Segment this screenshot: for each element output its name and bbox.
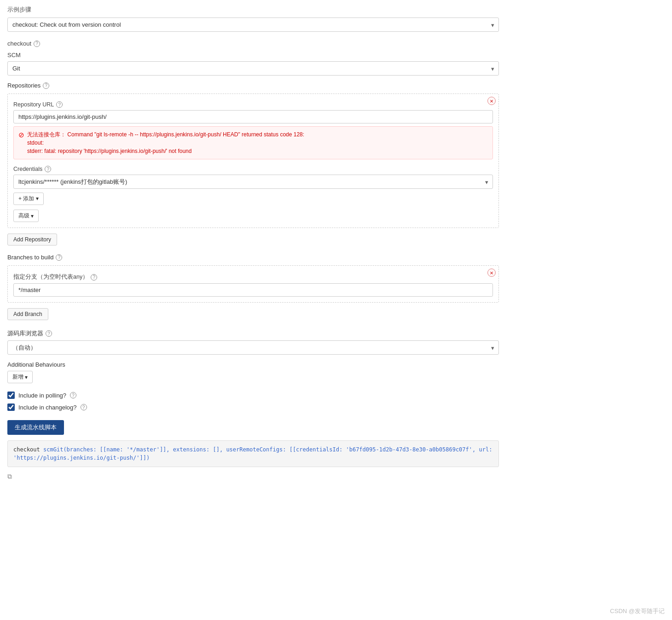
- advanced-chevron-icon: ▾: [31, 213, 34, 219]
- checkout-help-icon[interactable]: ?: [34, 41, 40, 47]
- branch-input[interactable]: [13, 283, 493, 297]
- advanced-btn[interactable]: 高级 ▾: [13, 210, 39, 222]
- branches-help-icon[interactable]: ?: [56, 254, 62, 261]
- scm-dropdown[interactable]: Git: [7, 61, 499, 76]
- source-browser-label: 源码库浏览器 ?: [7, 329, 499, 338]
- step-dropdown-wrapper: checkout: Check out from version control: [7, 18, 499, 32]
- include-polling-row: Include in polling? ?: [7, 392, 499, 399]
- credentials-label: Credentials ?: [13, 166, 493, 172]
- include-changelog-help-icon[interactable]: ?: [81, 404, 87, 410]
- add-repository-btn[interactable]: Add Repository: [7, 234, 57, 246]
- credentials-help-icon[interactable]: ?: [45, 166, 51, 172]
- include-polling-checkbox[interactable]: [7, 392, 15, 399]
- repo-url-input[interactable]: [13, 110, 493, 123]
- repository-section: × Repository URL ? ⊘ 无法连接仓库： Command "gi…: [7, 94, 499, 228]
- code-output: checkout scmGit(branches: [[name: '*/mas…: [7, 440, 499, 467]
- repo-url-label: Repository URL ?: [13, 101, 493, 108]
- generate-pipeline-btn[interactable]: 生成流水线脚本: [7, 420, 64, 435]
- additional-behaviours-add-btn[interactable]: 新增 ▾: [7, 371, 33, 383]
- step-dropdown[interactable]: checkout: Check out from version control: [7, 18, 499, 32]
- source-browser-dropdown[interactable]: （自动）: [7, 340, 499, 355]
- error-text: 无法连接仓库： Command "git ls-remote -h -- htt…: [27, 130, 304, 155]
- branch-section: × 指定分支（为空时代表any） ?: [7, 265, 499, 303]
- add-credentials-btn[interactable]: + 添加 ▾: [13, 193, 44, 205]
- repo-error-box: ⊘ 无法连接仓库： Command "git ls-remote -h -- h…: [13, 126, 493, 159]
- code-text-prefix: checkout: [13, 446, 43, 453]
- additional-behaviours-label: Additional Behaviours: [7, 361, 499, 368]
- copy-wrapper[interactable]: ⧉: [7, 473, 499, 480]
- include-changelog-label: Include in changelog?: [18, 404, 77, 411]
- include-changelog-checkbox[interactable]: [7, 404, 15, 411]
- section-title: 示例步骤: [7, 6, 499, 14]
- remove-branch-btn[interactable]: ×: [487, 269, 496, 277]
- branches-label: Branches to build ?: [7, 254, 499, 261]
- credentials-dropdown[interactable]: ltcjenkins/****** (jenkins打包的gitlab账号): [13, 175, 493, 189]
- repositories-help-icon[interactable]: ?: [43, 82, 49, 89]
- branch-specifier-label: 指定分支（为空时代表any） ?: [13, 273, 493, 281]
- copy-icon: ⧉: [7, 473, 12, 480]
- repositories-label: Repositories ?: [7, 82, 499, 89]
- add-branch-btn[interactable]: Add Branch: [7, 308, 48, 320]
- repo-url-help-icon[interactable]: ?: [56, 101, 63, 108]
- include-polling-label: Include in polling?: [18, 392, 66, 399]
- include-changelog-row: Include in changelog? ?: [7, 404, 499, 411]
- include-polling-help-icon[interactable]: ?: [70, 392, 76, 398]
- scm-label: SCM: [7, 52, 499, 58]
- additional-behaviours-chevron-icon: ▾: [25, 374, 28, 380]
- branch-specifier-help-icon[interactable]: ?: [91, 274, 97, 281]
- error-icon: ⊘: [18, 131, 24, 139]
- code-text-highlight: scmGit(branches: [[name: '*/master']], e…: [13, 446, 492, 461]
- checkout-label: checkout ?: [7, 40, 499, 47]
- remove-repository-btn[interactable]: ×: [487, 97, 496, 105]
- source-browser-help-icon[interactable]: ?: [46, 330, 52, 337]
